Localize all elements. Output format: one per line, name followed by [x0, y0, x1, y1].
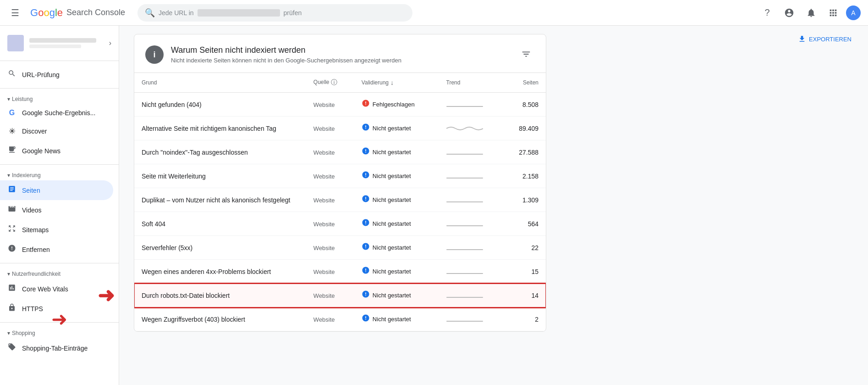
trend-wiggly-line: [446, 123, 483, 132]
sidebar-divider-5: [0, 322, 119, 323]
td-grund: Durch "noindex"-Tag ausgeschlossen: [134, 140, 306, 164]
th-quelle: Quelle ⓘ: [306, 73, 354, 93]
td-trend: [439, 307, 503, 331]
core-web-vitals-icon: [7, 284, 16, 294]
pages-count-value: 89.409: [519, 125, 538, 132]
filter-icon[interactable]: [517, 45, 535, 65]
th-label-seiten: Seiten: [523, 79, 538, 86]
table-row[interactable]: Soft 404WebsiteNicht gestartet564: [134, 212, 546, 236]
sidebar-item-label-core-web-vitals: Core Web Vitals: [22, 285, 68, 293]
search-icon: [7, 69, 16, 80]
sidebar-item-videos[interactable]: Videos: [0, 200, 113, 220]
table-row[interactable]: Alternative Seite mit richtigem kanonisc…: [134, 117, 546, 140]
trend-flat-line: [446, 321, 483, 322]
validation-text: Nicht gestartet: [373, 196, 411, 203]
td-grund: Alternative Seite mit richtigem kanonisc…: [134, 117, 306, 140]
videos-icon: [7, 205, 16, 215]
th-label-trend: Trend: [446, 79, 461, 86]
section-label-leistung: Leistung: [12, 96, 33, 102]
table-row[interactable]: Duplikat – vom Nutzer nicht als kanonisc…: [134, 188, 546, 212]
td-quelle: Website: [306, 117, 354, 140]
sidebar-item-shopping-tab[interactable]: Shopping-Tab-Einträge: [0, 338, 113, 340]
th-seiten: Seiten: [503, 73, 546, 93]
table-row[interactable]: Durch "noindex"-Tag ausgeschlossenWebsit…: [134, 140, 546, 164]
validation-not-started-icon: [362, 242, 370, 253]
topbar-left: ☰ Google Search Console: [7, 4, 126, 22]
td-validierung: Nicht gestartet: [354, 236, 439, 260]
notifications-icon[interactable]: [802, 4, 820, 22]
table-row[interactable]: Wegen Zugriffsverbot (403) blockiertWebs…: [134, 307, 546, 331]
sidebar-item-https[interactable]: HTTPS: [0, 299, 113, 318]
table-row[interactable]: Seite mit WeiterleitungWebsiteNicht gest…: [134, 164, 546, 188]
sidebar-item-label-url-pruefung: URL-Prüfung: [22, 71, 60, 78]
pages-count-value: 2: [535, 316, 538, 323]
sidebar-item-google-suche[interactable]: G Google Suche-Ergebnis...: [0, 104, 113, 122]
indexing-card: i Warum Seiten nicht indexiert werden Ni…: [134, 34, 546, 332]
section-label-nutzerfreundlichkeit: Nutzerfreundlichkeit: [12, 271, 60, 277]
validation-fail-icon: [362, 99, 370, 110]
td-seiten: 8.508: [503, 93, 546, 117]
validation-text: Nicht gestartet: [373, 149, 411, 156]
account-circle-icon[interactable]: [780, 4, 798, 22]
logo-e: e: [57, 7, 63, 18]
account-expand-icon: ›: [109, 39, 111, 47]
table-row[interactable]: Durch robots.txt-Datei blockiertWebsiteN…: [134, 284, 546, 307]
sidebar-item-seiten[interactable]: Seiten: [0, 180, 113, 200]
search-input-area[interactable]: Jede URL in prüfen: [159, 9, 405, 17]
th-validierung[interactable]: Validierung ↓: [354, 73, 439, 93]
account-info: [29, 38, 104, 48]
td-quelle: Website: [306, 236, 354, 260]
logo-o1: o: [38, 7, 44, 18]
table-row[interactable]: Wegen eines anderen 4xx-Problems blockie…: [134, 260, 546, 284]
help-icon[interactable]: ?: [758, 4, 776, 22]
help-icon-quelle[interactable]: ⓘ: [331, 78, 337, 86]
validation-not-started-icon: [362, 195, 370, 205]
discover-icon: ✳: [7, 126, 16, 136]
user-avatar[interactable]: A: [846, 6, 861, 20]
sidebar-section-indexierung[interactable]: ▾ Indexierung: [0, 168, 119, 180]
topbar-right: ? A: [758, 4, 861, 22]
sidebar-item-sitemaps[interactable]: Sitemaps: [0, 220, 113, 240]
table-row[interactable]: Nicht gefunden (404)WebsiteFehlgeschlage…: [134, 93, 546, 117]
sidebar-item-google-news[interactable]: Google News: [0, 141, 113, 161]
apps-icon[interactable]: [824, 4, 842, 22]
sidebar-account[interactable]: ›: [0, 29, 119, 57]
sidebar-item-url-pruefung[interactable]: URL-Prüfung: [0, 65, 113, 84]
sidebar-section-leistung[interactable]: ▾ Leistung: [0, 92, 119, 104]
chevron-down-icon-nutzerfreundlichkeit: ▾: [7, 271, 10, 277]
td-trend: [439, 188, 503, 212]
td-trend: [439, 236, 503, 260]
logo-o2: o: [44, 7, 49, 18]
th-label-quelle: Quelle: [313, 79, 330, 85]
validation-not-started-icon: [362, 171, 370, 181]
pages-count-value: 22: [531, 244, 538, 251]
td-seiten: 2.158: [503, 164, 546, 188]
sidebar-item-core-web-vitals[interactable]: Core Web Vitals: [0, 279, 113, 299]
search-bar[interactable]: 🔍 Jede URL in prüfen: [137, 4, 412, 22]
trend-flat-line: [446, 201, 483, 202]
sidebar-section-nutzerfreundlichkeit[interactable]: ▾ Nutzerfreundlichkeit: [0, 267, 119, 279]
th-label-grund: Grund: [142, 79, 157, 86]
logo-search-console: Search Console: [66, 8, 125, 17]
td-trend: [439, 117, 503, 140]
search-post-text: prüfen: [284, 9, 302, 17]
sidebar-divider-1: [0, 61, 119, 61]
sort-down-icon: ↓: [390, 79, 394, 86]
export-button[interactable]: EXPORTIEREN: [792, 31, 857, 47]
trend-flat-line: [446, 154, 483, 155]
pages-icon: [7, 185, 16, 195]
td-trend: [439, 212, 503, 236]
hamburger-menu-icon[interactable]: ☰: [7, 4, 23, 22]
sidebar-item-discover[interactable]: ✳ Discover: [0, 122, 113, 141]
logo-google: Google: [30, 7, 63, 19]
account-avatar: [7, 35, 24, 51]
logo-g: G: [30, 7, 38, 18]
sidebar-section-shopping[interactable]: ▾ Shopping: [0, 326, 119, 338]
td-grund: Soft 404: [134, 212, 306, 236]
sidebar-item-entfernen[interactable]: Entfernen: [0, 240, 113, 259]
td-grund: Nicht gefunden (404): [134, 93, 306, 117]
table-row[interactable]: Serverfehler (5xx)WebsiteNicht gestartet…: [134, 236, 546, 260]
th-trend: Trend: [439, 73, 503, 93]
td-validierung: Nicht gestartet: [354, 164, 439, 188]
trend-flat-line: [446, 273, 483, 274]
